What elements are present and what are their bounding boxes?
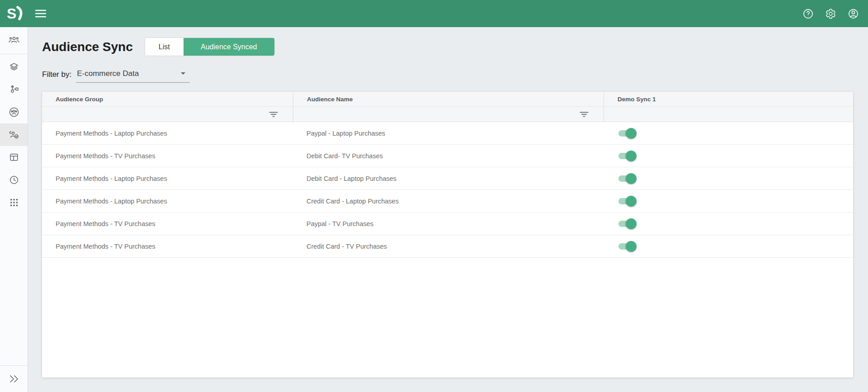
filter-cell-audience-group xyxy=(42,107,293,122)
toggle-knob xyxy=(626,151,637,161)
filter-cell-audience-name xyxy=(293,107,604,122)
app-logo[interactable]: S xyxy=(7,0,24,27)
table-filter-row xyxy=(42,107,853,122)
sidebar-item-audience-sync[interactable] xyxy=(0,123,28,146)
filter-cell-demo-sync xyxy=(604,107,853,122)
sidebar-item-community[interactable] xyxy=(0,101,28,123)
cell-audience-name: Debit Card- TV Purchases xyxy=(293,145,604,167)
audience-sync-table-card: Audience Group Audience Name Demo Sync 1… xyxy=(42,92,853,378)
help-icon xyxy=(802,8,814,19)
column-header-demo-sync-1[interactable]: Demo Sync 1 xyxy=(604,92,853,106)
cell-audience-name: Paypal - TV Purchases xyxy=(293,213,604,235)
audience-sync-icon xyxy=(8,129,20,140)
filter-select-value: E-commerce Data xyxy=(77,69,139,78)
community-icon xyxy=(8,106,20,118)
sidebar-nav xyxy=(0,27,28,392)
cell-audience-name: Paypal - Laptop Purchases xyxy=(293,122,604,144)
cell-audience-group: Payment Methods - TV Purchases xyxy=(42,213,293,235)
sidebar-item-apps[interactable] xyxy=(0,191,28,214)
column-header-audience-group[interactable]: Audience Group xyxy=(42,92,293,106)
table-row: Payment Methods - TV Purchases Paypal - … xyxy=(42,213,853,235)
sync-toggle-on[interactable] xyxy=(618,241,637,252)
cell-sync-toggle xyxy=(604,167,853,189)
settings-button[interactable] xyxy=(821,4,840,23)
cell-audience-group: Payment Methods - Laptop Purchases xyxy=(42,167,293,189)
sync-toggle-on[interactable] xyxy=(618,218,637,229)
table-row: Payment Methods - TV Purchases Debit Car… xyxy=(42,145,853,167)
sidebar-expand-button[interactable] xyxy=(0,365,28,392)
hamburger-icon xyxy=(35,9,46,18)
title-row: Audience Sync List Audience Synced xyxy=(42,38,868,56)
gear-icon xyxy=(825,8,836,19)
top-app-bar: S xyxy=(0,0,868,27)
cell-audience-name: Debit Card - Laptop Purchases xyxy=(293,167,604,189)
chevron-down-icon xyxy=(181,72,185,75)
table-row: Payment Methods - TV Purchases Credit Ca… xyxy=(42,235,853,258)
filter-row: Filter by: E-commerce Data xyxy=(42,66,868,83)
cell-audience-group: Payment Methods - Laptop Purchases xyxy=(42,122,293,144)
audience-groups-icon xyxy=(8,34,20,45)
sidebar-item-history[interactable] xyxy=(0,169,28,191)
table-row: Payment Methods - Laptop Purchases Credi… xyxy=(42,190,853,213)
workflow-icon xyxy=(9,84,19,95)
history-clock-icon xyxy=(9,175,19,185)
table-row: Payment Methods - Laptop Purchases Paypa… xyxy=(42,122,853,145)
toggle-knob xyxy=(626,196,637,207)
toggle-knob xyxy=(626,173,637,184)
help-button[interactable] xyxy=(798,4,817,23)
filter-label: Filter by: xyxy=(42,70,71,83)
apps-grid-icon xyxy=(9,198,19,208)
logo-curve-icon xyxy=(16,6,24,20)
sync-toggle-on[interactable] xyxy=(618,173,637,184)
cell-sync-toggle xyxy=(604,122,853,144)
toggle-knob xyxy=(626,128,637,139)
sidebar-item-table-view[interactable] xyxy=(0,146,28,169)
table-view-icon xyxy=(9,152,19,163)
account-icon xyxy=(848,8,859,19)
sidebar-item-audience-groups[interactable] xyxy=(0,27,28,52)
cell-sync-toggle xyxy=(604,235,853,257)
filter-list-icon[interactable] xyxy=(580,111,589,118)
main-content: Audience Sync List Audience Synced Filte… xyxy=(28,27,868,392)
account-button[interactable] xyxy=(844,4,863,23)
cell-sync-toggle xyxy=(604,145,853,167)
toggle-knob xyxy=(626,218,637,229)
tab-audience-synced[interactable]: Audience Synced xyxy=(184,38,274,56)
cell-sync-toggle xyxy=(604,190,853,212)
tab-list[interactable]: List xyxy=(145,38,184,56)
sync-toggle-on[interactable] xyxy=(618,128,637,139)
sidebar-divider xyxy=(0,54,28,54)
menu-toggle-button[interactable] xyxy=(32,5,50,23)
column-header-audience-name[interactable]: Audience Name xyxy=(293,92,604,106)
layers-icon xyxy=(9,61,19,72)
cell-audience-group: Payment Methods - Laptop Purchases xyxy=(42,190,293,212)
sidebar-item-workflow[interactable] xyxy=(0,78,28,101)
topbar-actions xyxy=(798,4,863,23)
filter-select[interactable]: E-commerce Data xyxy=(76,69,190,83)
sidebar-item-layers[interactable] xyxy=(0,56,28,78)
cell-audience-name: Credit Card - Laptop Purchases xyxy=(293,190,604,212)
toggle-knob xyxy=(626,241,637,252)
table-row: Payment Methods - Laptop Purchases Debit… xyxy=(42,167,853,190)
cell-sync-toggle xyxy=(604,213,853,235)
filter-list-icon[interactable] xyxy=(269,111,278,118)
logo-letter: S xyxy=(7,6,16,21)
cell-audience-name: Credit Card - TV Purchases xyxy=(293,235,604,257)
sync-toggle-on[interactable] xyxy=(618,196,637,207)
double-chevron-right-icon xyxy=(8,374,20,384)
cell-audience-group: Payment Methods - TV Purchases xyxy=(42,235,293,257)
table-header-row: Audience Group Audience Name Demo Sync 1 xyxy=(42,92,853,107)
sync-toggle-on[interactable] xyxy=(618,151,637,161)
view-tab-group: List Audience Synced xyxy=(145,38,275,56)
cell-audience-group: Payment Methods - TV Purchases xyxy=(42,145,293,167)
page-title: Audience Sync xyxy=(42,40,133,54)
